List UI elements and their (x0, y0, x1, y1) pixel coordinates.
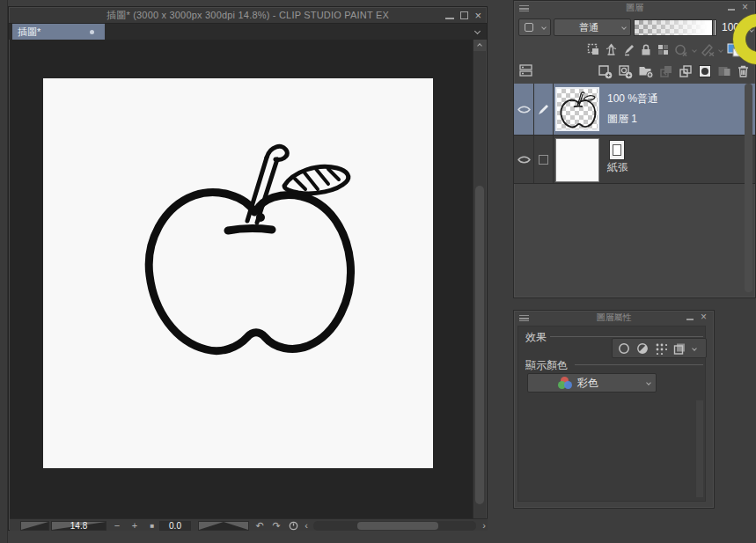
blend-shape-icon (525, 23, 533, 32)
layer-reflect-edit-icon[interactable] (673, 342, 686, 355)
canvas-tab-bar: 插圖* (9, 23, 487, 40)
tab-illustration[interactable]: 插圖* (12, 24, 105, 40)
new-layer-folder-icon[interactable] (638, 64, 654, 78)
window-title: 插圖* (3000 x 3000px 300dpi 14.8%) - CLIP … (9, 7, 487, 23)
display-color-label: 顯示顏色 (525, 358, 568, 373)
apple-drawing (43, 78, 433, 468)
property-panel-header[interactable]: 圖層屬性 × (514, 311, 714, 325)
fit-to-screen-button[interactable]: ■ (145, 519, 159, 532)
merge-to-lower-layer-icon[interactable] (679, 64, 693, 78)
redo-icon[interactable]: ↷ (269, 519, 283, 532)
zoom-value: 14.8 (52, 522, 106, 530)
canvas-page[interactable] (43, 78, 433, 468)
paper-visibility-eye-icon[interactable] (514, 136, 533, 183)
undo-icon[interactable]: ↶ (253, 519, 267, 532)
ruler-chevron-icon[interactable] (718, 48, 723, 53)
layer1-opacity-label: 100 %普通 (607, 92, 658, 106)
canvas-navbar: 14.8 − + ■ 0.0 ↶ ↷ ‹ › (10, 518, 488, 531)
layer1-name[interactable]: 圖層 1 (607, 112, 637, 127)
enable-mask-chevron-icon[interactable] (692, 48, 697, 53)
paper-thumbnail[interactable] (555, 138, 599, 182)
effect-section-label: 效果 (525, 330, 547, 345)
draft-layer-icon[interactable] (622, 43, 635, 56)
property-panel-body: 效果 顯示顏色 (517, 326, 706, 502)
paper-layer-icon (609, 140, 625, 160)
layer1-editing-pencil-icon[interactable] (534, 84, 553, 135)
canvas-window: 插圖* (3000 x 3000px 300dpi 14.8%) - CLIP … (8, 6, 488, 531)
blend-mode-combo[interactable]: 普通 (554, 18, 631, 36)
scroll-up-icon[interactable] (473, 40, 486, 51)
vscrollbar-thumb[interactable] (475, 186, 484, 504)
layer-panel: 圖層 × 普通 100 (513, 0, 756, 298)
app-root: 插圖* (3000 x 3000px 300dpi 14.8%) - CLIP … (0, 0, 756, 543)
left-dock-strip (0, 0, 8, 543)
layer-panel-header[interactable]: 圖層 × (514, 1, 755, 15)
special-effect-combo[interactable] (518, 18, 551, 36)
lock-layer-icon[interactable] (640, 43, 652, 56)
blend-mode-value: 普通 (554, 21, 630, 34)
tab-modified-dot (90, 30, 94, 34)
apply-mask-icon[interactable] (717, 64, 731, 78)
halftone-dots-icon[interactable] (655, 342, 667, 355)
property-close-icon[interactable]: × (701, 312, 707, 321)
window-title-bar[interactable]: 插圖* (3000 x 3000px 300dpi 14.8%) - CLIP … (9, 7, 487, 23)
create-layer-mask-icon[interactable] (698, 64, 712, 78)
paper-name[interactable]: 紙張 (607, 160, 628, 175)
reference-layer-icon[interactable] (605, 43, 618, 56)
new-raster-layer-icon[interactable] (598, 64, 613, 79)
property-menu-icon[interactable] (519, 315, 529, 321)
zoom-out-button[interactable]: − (110, 519, 124, 532)
reset-rotation-icon[interactable] (286, 519, 300, 532)
rotation-value-box[interactable]: 0.0 (159, 521, 191, 531)
rotation-value: 0.0 (160, 522, 190, 530)
layer-panel-title: 圖層 (514, 1, 755, 14)
layer1-thumbnail[interactable] (555, 87, 599, 131)
layer-list: 100 %普通 圖層 1 紙張 (514, 84, 755, 184)
panel-menu-icon[interactable] (519, 5, 529, 11)
clip-to-layer-below-icon[interactable] (587, 43, 600, 56)
opacity-slider-handle[interactable] (712, 19, 715, 36)
ruler-icon[interactable] (701, 43, 715, 56)
enable-mask-icon[interactable] (674, 43, 688, 56)
layer-property-panel: 圖層屬性 × 效果 (513, 310, 715, 509)
opacity-slider[interactable] (634, 19, 716, 36)
effect-toolbar (612, 338, 707, 358)
tab-list-chevron-icon[interactable] (474, 28, 481, 34)
effect-toolbar-chevron-icon[interactable] (692, 346, 697, 351)
canvas-vscrollbar[interactable] (473, 40, 485, 518)
panel-minimize-icon[interactable] (728, 9, 735, 11)
layer1-visibility-eye-icon[interactable] (514, 84, 533, 135)
zoom-in-button[interactable]: + (128, 519, 142, 532)
tab-label: 插圖* (12, 26, 40, 39)
layer-row-layer1[interactable]: 100 %普通 圖層 1 (514, 84, 755, 136)
zoom-slider[interactable]: 14.8 (51, 521, 106, 531)
transfer-to-lower-layer-icon[interactable] (659, 64, 673, 78)
close-icon[interactable]: × (474, 11, 481, 20)
property-panel-title: 圖層屬性 (514, 311, 714, 324)
scroll-right-icon[interactable]: › (479, 519, 489, 532)
rgb-color-icon (558, 377, 572, 389)
rotation-slider[interactable] (198, 521, 249, 531)
layer-panel-scrollbar[interactable] (745, 84, 752, 292)
panel-close-icon[interactable]: × (742, 3, 748, 11)
canvas-hscrollbar[interactable] (313, 521, 476, 531)
maximize-icon[interactable] (460, 11, 468, 19)
layer-row-paper[interactable]: 紙張 (514, 136, 755, 184)
hscrollbar-thumb[interactable] (357, 522, 438, 530)
property-panel-scroll-area (696, 400, 703, 497)
minimize-icon[interactable] (445, 18, 454, 19)
display-color-dropdown[interactable]: 彩色 (527, 373, 657, 393)
delete-layer-icon[interactable] (737, 64, 750, 78)
border-effect-icon[interactable] (618, 342, 630, 355)
new-vector-layer-icon[interactable] (618, 64, 633, 79)
property-minimize-icon[interactable] (686, 319, 694, 320)
tone-effect-icon[interactable] (636, 342, 649, 355)
mini-zoom-slider[interactable] (20, 521, 49, 531)
paper-checkbox[interactable] (534, 136, 553, 183)
layer-palette-menu-icon[interactable] (519, 64, 533, 77)
canvas-viewport[interactable] (10, 40, 473, 518)
display-color-value: 彩色 (577, 376, 598, 391)
scroll-left-icon[interactable]: ‹ (301, 519, 312, 532)
lock-transparent-pixels-icon[interactable] (657, 43, 670, 56)
